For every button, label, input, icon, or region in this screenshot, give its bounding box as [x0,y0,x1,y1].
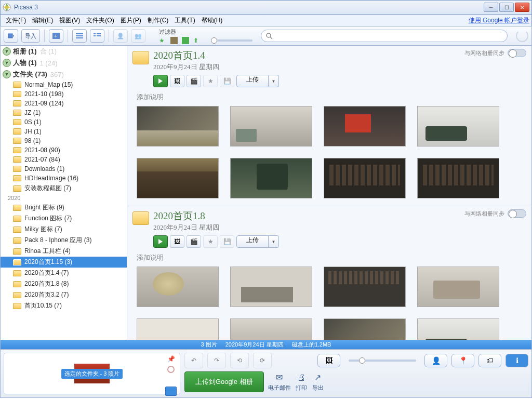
sidebar-category[interactable]: ▼人物 (1)1 (24) [1,57,127,69]
sidebar-folder[interactable]: Milky 图标 (7) [1,224,127,235]
sidebar-folder[interactable]: 2020首页3.2 (7) [1,289,127,300]
sidebar-folder[interactable]: 安装教程截图 (7) [1,183,127,194]
photo-thumbnail[interactable] [137,106,219,147]
sidebar-folder[interactable]: 2021-10 (198) [1,89,127,99]
people-button[interactable]: 👥 [131,29,145,43]
photo-thumbnail[interactable] [324,318,406,340]
sidebar-folder[interactable]: 2020首页1.4 (7) [1,268,127,278]
geo-tag-button[interactable]: 📍 [451,354,474,367]
photo-thumbnail[interactable] [230,158,312,198]
sidebar-folder[interactable]: 2020首页1.15 (3) [1,257,127,268]
rotate-right-button[interactable]: ↷ [207,353,226,368]
filter-person-icon[interactable] [170,37,178,44]
collapse-icon[interactable]: ▼ [3,47,11,56]
person-button[interactable]: 👤 [113,29,128,43]
photo-thumbnail[interactable] [230,318,312,340]
screensaver-icon[interactable] [165,387,177,396]
photo-thumbnail[interactable] [324,158,406,198]
star-button[interactable]: ★ [203,75,218,87]
minimize-button[interactable]: ─ [484,3,498,12]
view-list-button[interactable] [72,29,87,43]
sidebar-folder[interactable]: Downloads (1) [1,164,127,174]
photo-thumbnail[interactable] [324,106,406,147]
pin-icon[interactable]: 📌 [167,355,175,363]
upload-dropdown[interactable]: ▼ [269,235,279,248]
photo-thumbnail[interactable] [417,106,499,147]
album-description[interactable]: 添加说明 [137,253,526,262]
photo-thumbnail[interactable] [417,267,499,307]
sidebar-folder[interactable]: 98 (1) [1,136,127,145]
sidebar-folder[interactable]: Normal_Map (15) [1,80,127,89]
photo-thumbnail[interactable] [324,267,406,307]
menu-picture[interactable]: 图片(P) [117,16,144,25]
collapse-icon[interactable]: ▼ [3,59,11,67]
email-button[interactable]: ✉电子邮件 [268,373,291,392]
album-description[interactable]: 添加说明 [137,92,526,102]
menu-make[interactable]: 制作(C) [144,16,172,25]
collapse-icon[interactable]: ▼ [3,70,11,78]
sidebar-folder[interactable]: 0S (1) [1,117,127,127]
sidebar-folder[interactable]: Rinoa 工具栏 (4) [1,246,127,257]
upload-button[interactable]: 上传 [236,235,269,248]
sidebar-folder[interactable]: 2021-07 (84) [1,155,127,164]
tag-button[interactable]: 🏷 [478,354,501,367]
sidebar-folder[interactable]: Function 图标 (7) [1,213,127,224]
effects-button[interactable]: 🖼 [170,75,184,87]
save-button[interactable]: 💾 [220,235,234,248]
filter-slider[interactable] [211,39,252,42]
upload-dropdown[interactable]: ▼ [269,75,279,87]
photo-thumbnail[interactable] [230,106,312,147]
sidebar-folder[interactable]: 首页10.15 (7) [1,300,127,311]
photo-thumbnail[interactable] [230,267,312,307]
close-button[interactable]: ✕ [515,3,529,12]
maximize-button[interactable]: ☐ [499,3,514,12]
save-button[interactable]: 💾 [220,75,234,87]
photo-thumbnail[interactable] [137,318,219,340]
upload-google-button[interactable]: 上传到Google 相册 [184,371,264,392]
export-button[interactable]: ↗导出 [312,373,324,392]
effects-button[interactable]: 🖼 [170,235,184,248]
star-button[interactable]: ★ [203,235,218,248]
filter-star-icon[interactable]: ★ [159,37,166,44]
menu-edit[interactable]: 编辑(E) [29,16,56,25]
photo-thumbnail[interactable] [417,318,499,340]
add-button[interactable]: + [49,29,63,43]
print-button[interactable]: 🖨打印 [295,373,308,392]
thumb-size-icon[interactable]: 🖼 [317,354,340,367]
sidebar-category[interactable]: ▼文件夹 (73)367) [1,69,127,80]
undo-button[interactable]: ⟲ [230,353,249,368]
sidebar-folder[interactable]: JH (1) [1,127,127,136]
menu-tool[interactable]: 工具(T) [171,16,198,25]
filter-geo-icon[interactable]: ⬆ [193,37,201,44]
search-input[interactable] [261,30,508,42]
sidebar-folder[interactable]: 2021-08 (90) [1,145,127,155]
sidebar-category[interactable]: ▼相册 (1)合 (1) [1,46,127,57]
back-button[interactable] [4,29,18,43]
sidebar-folder[interactable]: HDHeadImage (16) [1,174,127,183]
view-tree-button[interactable] [90,29,104,43]
menu-view[interactable]: 视图(V) [56,16,83,25]
movie-button[interactable]: 🎬 [187,75,201,87]
sidebar-folder[interactable]: JZ (1) [1,108,127,117]
sync-switch[interactable] [508,49,526,57]
clear-tray-icon[interactable] [167,366,175,373]
menu-help[interactable]: 帮助(H) [198,16,226,25]
tag-people-button[interactable]: 👤 [424,354,447,367]
menu-folder[interactable]: 文件夹(O) [83,16,117,25]
redo-button[interactable]: ⟳ [253,353,272,368]
filter-video-icon[interactable] [182,37,189,44]
play-slideshow-button[interactable] [153,235,168,248]
sidebar-folder[interactable]: 2021-09 (124) [1,99,127,108]
play-slideshow-button[interactable] [153,75,168,87]
photo-tray[interactable]: 选定的文件夹 - 3 照片 📌 [4,353,180,394]
google-login-link[interactable]: 使用 Google 帐户登录 [469,16,529,25]
movie-button[interactable]: 🎬 [187,235,201,248]
info-button[interactable]: ℹ [506,354,528,367]
rotate-left-button[interactable]: ↶ [184,353,203,368]
photo-thumbnail[interactable] [417,158,499,198]
sync-switch[interactable] [508,209,526,218]
import-button[interactable]: 导入 [21,29,40,43]
photo-thumbnail[interactable] [137,267,219,307]
sidebar-folder[interactable]: 2020首页1.8 (8) [1,278,127,289]
upload-button[interactable]: 上传 [236,75,269,87]
